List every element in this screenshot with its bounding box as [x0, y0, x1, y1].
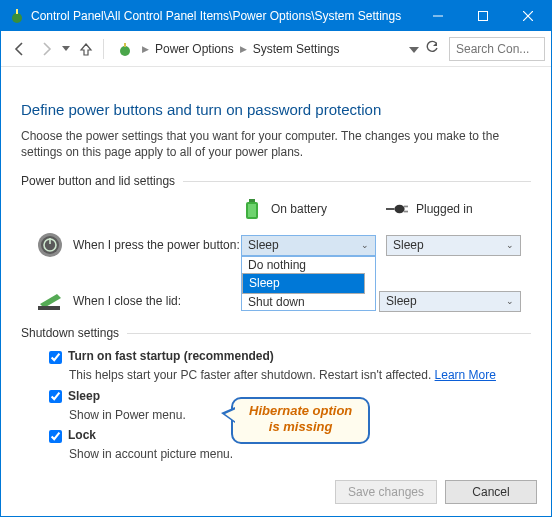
select-value: Sleep: [248, 238, 279, 252]
save-button[interactable]: Save changes: [335, 480, 437, 504]
up-button[interactable]: [73, 36, 99, 62]
breadcrumb-item-1[interactable]: System Settings: [251, 42, 342, 56]
power-button-icon: [37, 232, 63, 258]
svg-point-6: [120, 46, 130, 56]
plug-icon: [386, 196, 408, 222]
checkbox-input-lock[interactable]: [49, 430, 62, 443]
group-label: Power button and lid settings: [21, 174, 183, 188]
address-bar[interactable]: ▶ Power Options ▶ System Settings: [112, 36, 445, 62]
row-label: When I press the power button:: [73, 238, 240, 252]
checkbox-input-sleep[interactable]: [49, 390, 62, 403]
svg-rect-19: [38, 306, 60, 310]
row-label: When I close the lid:: [73, 294, 181, 308]
callout-line2: is missing: [269, 419, 333, 434]
address-dropdown-icon[interactable]: [409, 42, 419, 56]
intro-text: Choose the power settings that you want …: [21, 128, 531, 160]
svg-rect-3: [478, 12, 487, 21]
group-power-lid: Power button and lid settings: [21, 174, 531, 188]
dropdown-option[interactable]: Do nothing: [242, 257, 375, 273]
minimize-button[interactable]: [415, 1, 460, 31]
svg-rect-7: [124, 43, 126, 47]
battery-icon: [241, 196, 263, 222]
select-value: Sleep: [386, 294, 417, 308]
back-button[interactable]: [7, 36, 33, 62]
column-label-battery: On battery: [271, 202, 327, 216]
laptop-lid-icon: [37, 288, 63, 314]
dropdown-power-battery: Do nothing Sleep Shut down: [241, 256, 376, 311]
dropdown-option[interactable]: Shut down: [242, 294, 375, 310]
maximize-button[interactable]: [460, 1, 505, 31]
group-label: Shutdown settings: [21, 326, 127, 340]
search-field[interactable]: [454, 41, 540, 57]
nav-row: ▶ Power Options ▶ System Settings: [1, 31, 551, 67]
checkbox-label: Sleep: [68, 389, 100, 405]
footer-buttons: Save changes Cancel: [335, 480, 537, 504]
column-label-plugged: Plugged in: [416, 202, 473, 216]
svg-rect-10: [248, 204, 256, 217]
svg-point-0: [12, 13, 22, 23]
titlebar: Control Panel\All Control Panel Items\Po…: [1, 1, 551, 31]
chevron-down-icon: ⌄: [361, 240, 369, 250]
chevron-down-icon: ⌄: [506, 296, 514, 306]
checkbox-subtext: This helps start your PC faster after sh…: [69, 368, 431, 382]
svg-point-11: [394, 205, 404, 213]
group-shutdown: Shutdown settings: [21, 326, 531, 340]
page-heading: Define power buttons and turn on passwor…: [21, 101, 531, 118]
chevron-down-icon: ⌄: [506, 240, 514, 250]
svg-rect-1: [16, 9, 18, 14]
row-power-button: When I press the power button: Sleep ⌄ D…: [21, 232, 531, 258]
select-power-battery[interactable]: Sleep ⌄ Do nothing Sleep Shut down: [241, 235, 376, 256]
search-input[interactable]: [449, 37, 545, 61]
checkbox-subtext: Show in account picture menu.: [49, 447, 531, 463]
checkbox-fast-startup: Turn on fast startup (recommended) This …: [21, 346, 531, 385]
chevron-right-icon[interactable]: ▶: [138, 44, 153, 54]
breadcrumb-item-0[interactable]: Power Options: [153, 42, 236, 56]
annotation-callout: Hibernate option is missing: [231, 397, 370, 444]
recent-dropdown-icon[interactable]: [59, 36, 73, 62]
chevron-right-icon[interactable]: ▶: [236, 44, 251, 54]
window-title: Control Panel\All Control Panel Items\Po…: [31, 9, 415, 23]
svg-rect-8: [249, 199, 255, 202]
forward-button[interactable]: [33, 36, 59, 62]
checkbox-label: Turn on fast startup (recommended): [68, 349, 274, 365]
select-lid-plugged[interactable]: Sleep ⌄: [379, 291, 521, 312]
power-plan-icon: [116, 40, 134, 58]
cancel-button[interactable]: Cancel: [445, 480, 537, 504]
dropdown-option-selected[interactable]: Sleep: [242, 273, 365, 294]
app-icon: [9, 8, 25, 24]
select-power-plugged[interactable]: Sleep ⌄: [386, 235, 521, 256]
select-value: Sleep: [393, 238, 424, 252]
checkbox-label: Lock: [68, 428, 96, 444]
learn-more-link[interactable]: Learn More: [435, 368, 496, 382]
refresh-icon[interactable]: [425, 40, 439, 57]
callout-line1: Hibernate option: [249, 403, 352, 418]
column-on-battery: On battery: [241, 196, 386, 222]
checkbox-input-fast[interactable]: [49, 351, 62, 364]
close-button[interactable]: [505, 1, 551, 31]
column-plugged-in: Plugged in: [386, 196, 531, 222]
